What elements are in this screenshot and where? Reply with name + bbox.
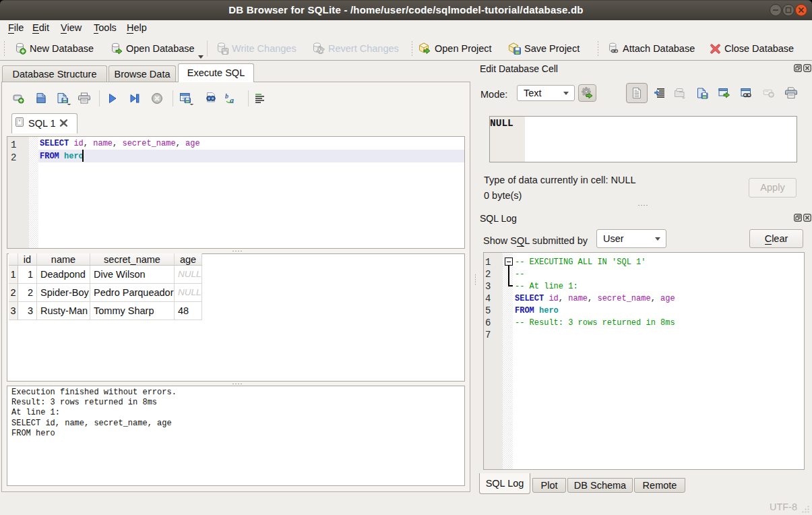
svg-text:a: a bbox=[230, 96, 234, 104]
svg-text:b: b bbox=[225, 92, 228, 100]
